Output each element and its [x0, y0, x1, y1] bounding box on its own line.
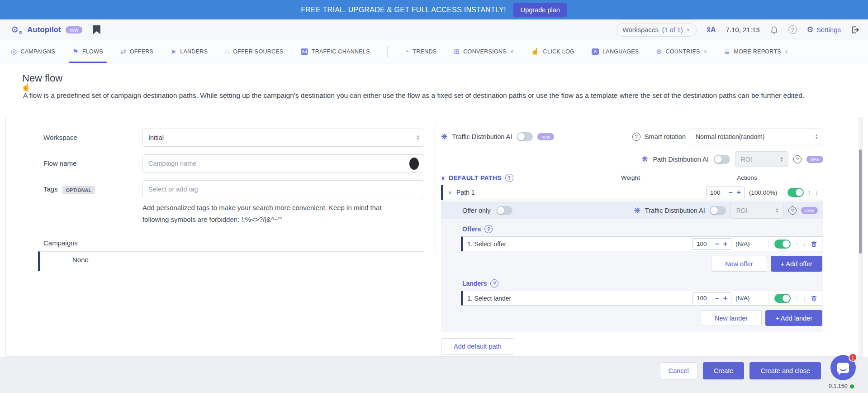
campaigns-value: None — [38, 251, 424, 271]
add-default-path-button[interactable]: Add default path — [441, 338, 514, 355]
select-chevrons-icon: ▲▼ — [815, 134, 818, 139]
password-manager-icon[interactable] — [409, 158, 419, 170]
roi-select-disabled: ROI ▲▼ — [730, 203, 784, 219]
optional-badge: OPTIONAL — [62, 186, 95, 194]
nav-more-reports[interactable]: ≣ MORE REPORTS ∨ — [724, 40, 788, 63]
actions-column-header: Actions — [671, 174, 823, 181]
lander-select[interactable]: 1. Select lander — [467, 295, 511, 302]
default-paths-toggle[interactable]: ∨ DEFAULT PATHS ? — [441, 174, 513, 182]
move-up-icon[interactable]: ↑ — [795, 240, 798, 248]
plus-icon[interactable]: + — [723, 295, 727, 302]
chevron-down-icon: ∨ — [441, 175, 445, 181]
translate-icon[interactable]: x̄A — [707, 26, 716, 34]
nav-campaigns[interactable]: ◎ CAMPAIGNS — [11, 40, 55, 63]
weight-column-header: Weight — [590, 174, 671, 181]
nav-click-log[interactable]: ☝ CLICK LOG — [531, 40, 574, 63]
offer-weight-stepper[interactable]: 100 − + — [693, 238, 731, 250]
nav-flows[interactable]: ⚑ FLOWS — [72, 40, 103, 63]
move-up-icon[interactable]: ↑ — [808, 189, 811, 196]
smart-rotation-select[interactable]: Normal rotation(random) ▲▼ — [690, 129, 823, 145]
lander-enabled-toggle[interactable] — [774, 294, 791, 303]
new-badge: new — [806, 156, 823, 163]
plus-icon[interactable]: + — [723, 240, 727, 248]
minus-icon[interactable]: − — [715, 240, 719, 248]
new-offer-button[interactable]: New offer — [711, 256, 767, 272]
app-header: ⚙⚙ Autopilot new Workspaces (1 of 1) ∨ x… — [0, 19, 868, 40]
autopilot-gears-icon: ⚙⚙ — [11, 24, 23, 35]
minus-icon[interactable]: − — [715, 295, 719, 302]
path-1-weight-stepper[interactable]: 100 − + — [706, 187, 745, 198]
workspace-select[interactable]: Initial — [142, 129, 424, 147]
header-datetime: 7.10, 21:13 — [726, 26, 759, 34]
minus-icon[interactable]: − — [728, 189, 732, 196]
bookmark-icon[interactable] — [93, 25, 100, 34]
move-down-icon[interactable]: ↓ — [815, 189, 818, 196]
path-distribution-ai-toggle[interactable] — [714, 155, 730, 164]
conversions-icon: ⊞ — [454, 48, 460, 56]
nav-countries[interactable]: ⊕ COUNTRIES ∨ — [656, 40, 707, 63]
add-offer-button[interactable]: + Add offer — [771, 256, 822, 272]
default-paths-help-icon[interactable]: ? — [505, 174, 513, 182]
new-lander-button[interactable]: New lander — [701, 310, 762, 326]
move-down-icon[interactable]: ↓ — [803, 295, 806, 302]
logout-icon[interactable] — [851, 25, 860, 34]
offers-icon: ⇄ — [120, 48, 126, 56]
countries-icon: ⊕ — [656, 48, 662, 56]
tags-help-text: Add personalized tags to make your searc… — [142, 202, 387, 225]
campaigns-label: Campaigns — [43, 239, 424, 247]
delete-offer-icon[interactable] — [811, 240, 817, 248]
chat-widget-button[interactable]: 1 — [830, 355, 856, 380]
landers-help-icon[interactable]: ? — [490, 279, 498, 288]
nav-landers[interactable]: ➤ LANDERS — [171, 40, 208, 63]
nav-languages[interactable]: A LANGUAGES — [592, 40, 639, 63]
create-and-close-button[interactable]: Create and close — [749, 362, 821, 379]
chevron-down-icon: ∨ — [448, 190, 452, 196]
new-badge: new — [801, 207, 818, 214]
click-log-icon: ☝ — [531, 48, 540, 56]
path-1-row[interactable]: ∨ Path 1 100 − + (100.00%) ↑ ↓ — [441, 185, 823, 200]
cancel-button[interactable]: Cancel — [660, 362, 697, 379]
paths-panel: ❋ Traffic Distribution AI new ? Smart ro… — [441, 129, 823, 355]
flow-name-input[interactable] — [142, 154, 424, 173]
select-chevrons-icon: ▲▼ — [775, 208, 778, 213]
smart-rotation-help-icon[interactable]: ? — [632, 133, 640, 141]
offers-help-icon[interactable]: ? — [484, 225, 493, 233]
workspaces-count: (1 of 1) — [662, 26, 683, 34]
scrollbar-thumb[interactable] — [859, 149, 862, 254]
offers-header: Offers — [462, 225, 481, 233]
move-down-icon[interactable]: ↓ — [803, 240, 806, 248]
nav-offers[interactable]: ⇄ OFFERS — [120, 40, 153, 63]
offer-only-toggle[interactable] — [496, 206, 512, 215]
delete-lander-icon[interactable] — [811, 295, 817, 302]
traffic-distribution-ai-toggle[interactable] — [517, 132, 533, 141]
settings-button[interactable]: ⚙ Settings — [807, 25, 841, 34]
plus-icon[interactable]: + — [737, 189, 741, 196]
traffic-ai-help-icon[interactable]: ? — [788, 206, 797, 215]
nav-offer-sources[interactable]: ∴ OFFER SOURCES — [225, 40, 283, 63]
lander-row[interactable]: 1. Select lander 100 − + (N/A) ↑ ↓ — [461, 291, 822, 306]
offer-row[interactable]: 1. Select offer 100 − + (N/A) ↑ ↓ — [461, 236, 822, 251]
add-lander-button[interactable]: + Add lander — [765, 310, 822, 326]
path-ai-help-icon[interactable]: ? — [793, 155, 802, 163]
roi-select-disabled: ROI ▲▼ — [735, 151, 788, 167]
create-button[interactable]: Create — [703, 362, 745, 379]
offer-select[interactable]: 1. Select offer — [467, 240, 506, 248]
notifications-bell-icon[interactable] — [770, 25, 778, 34]
path-1-enabled-toggle[interactable] — [787, 188, 804, 197]
nav-traffic-channels[interactable]: Ad TRAFFIC CHANNELS — [301, 40, 370, 63]
offer-enabled-toggle[interactable] — [774, 240, 791, 249]
move-up-icon[interactable]: ↑ — [795, 295, 798, 302]
help-icon[interactable]: ? — [788, 25, 797, 34]
tags-input[interactable] — [142, 180, 424, 198]
lander-stat: (N/A) — [735, 295, 763, 302]
tags-label: Tags — [43, 185, 58, 193]
path-traffic-ai-toggle[interactable] — [710, 206, 726, 215]
gear-icon: ⚙ — [807, 25, 814, 34]
lander-weight-stepper[interactable]: 100 − + — [693, 292, 731, 304]
upgrade-plan-button[interactable]: Upgrade plan — [513, 3, 567, 17]
nav-conversions[interactable]: ⊞ CONVERSIONS ∨ — [454, 40, 513, 63]
paths-table-header: ∨ DEFAULT PATHS ? Weight Actions — [441, 171, 823, 185]
nav-trends[interactable]: ◔ TRENDS — [405, 40, 437, 63]
workspaces-dropdown[interactable]: Workspaces (1 of 1) ∨ — [616, 23, 697, 37]
autopilot-link[interactable]: Autopilot — [27, 25, 61, 34]
